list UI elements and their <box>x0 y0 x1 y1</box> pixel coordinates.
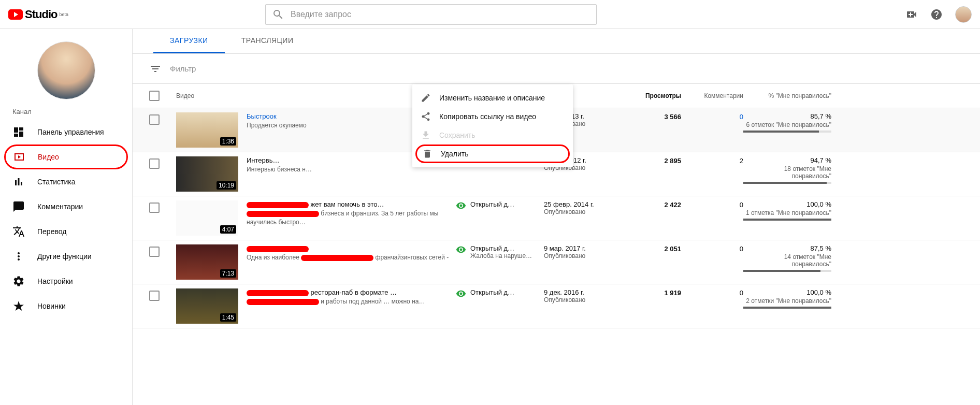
video-duration: 10:19 <box>217 181 236 190</box>
row-checkbox[interactable] <box>149 202 160 213</box>
comments-count[interactable]: 0 <box>740 113 743 121</box>
help-icon[interactable] <box>930 8 943 21</box>
sidebar-item-settings[interactable]: Настройки <box>0 269 132 294</box>
video-thumbnail[interactable]: 1:45 <box>176 288 238 324</box>
select-all-checkbox[interactable] <box>149 91 160 101</box>
row-checkbox[interactable] <box>149 291 160 301</box>
visibility-icon <box>456 288 466 299</box>
row-checkbox[interactable] <box>149 158 160 169</box>
sidebar-item-more[interactable]: Другие функции <box>0 244 132 269</box>
user-avatar[interactable] <box>955 6 972 23</box>
sidebar-item-label: Новинки <box>37 302 66 310</box>
likes-pct: 100,0 % <box>743 288 831 296</box>
create-video-icon[interactable] <box>905 8 918 21</box>
more-icon <box>12 250 25 263</box>
table-row[interactable]: 1:45 ресторан-паб в формате … и работы п… <box>133 284 980 328</box>
video-duration: 1:45 <box>220 313 236 322</box>
search-wrap <box>265 4 597 25</box>
filter-icon[interactable] <box>149 63 162 75</box>
video-duration: 1:36 <box>220 137 236 146</box>
tab-1[interactable]: ТРАНСЛЯЦИИ <box>225 29 310 53</box>
video-thumbnail[interactable]: 1:36 <box>176 112 238 148</box>
sidebar-item-analytics[interactable]: Статистика <box>0 169 132 194</box>
visibility-icon <box>456 244 466 255</box>
search-box[interactable] <box>265 4 597 25</box>
views-count: 2 422 <box>664 201 681 209</box>
video-duration: 7:13 <box>220 269 236 278</box>
tabs: ЗАГРУЗКИТРАНСЛЯЦИИ <box>133 29 980 54</box>
table-row[interactable]: 4:07 жет вам помочь в это… бизнеса и фра… <box>133 196 980 240</box>
menu-item-download: Сохранить <box>412 126 573 144</box>
video-thumbnail[interactable]: 7:13 <box>176 244 238 280</box>
search-icon <box>272 8 284 21</box>
access-text: Открытый д… <box>470 288 544 296</box>
date-sub: Опубликовано <box>544 296 619 303</box>
video-date: 9 дек. 2016 г. <box>544 288 619 296</box>
translate-icon <box>12 225 25 238</box>
video-date: 9 мар. 2017 г. <box>544 244 619 252</box>
share-icon <box>421 111 431 122</box>
pencil-icon <box>421 93 431 103</box>
col-views-header[interactable]: Просмотры <box>619 92 681 99</box>
views-count: 3 566 <box>664 113 681 121</box>
menu-item-pencil[interactable]: Изменить название и описание <box>412 89 573 107</box>
filter-row <box>133 54 980 84</box>
sidebar-item-label: Видео <box>38 153 59 161</box>
video-thumbnail[interactable]: 10:19 <box>176 156 238 192</box>
sidebar-item-video[interactable]: Видео <box>4 144 128 169</box>
youtube-play-icon <box>8 9 23 20</box>
channel-label: Канал <box>0 108 132 120</box>
trash-icon <box>422 149 433 159</box>
analytics-icon <box>12 176 25 188</box>
menu-item-share[interactable]: Копировать ссылку на видео <box>412 107 573 126</box>
sidebar-item-label: Настройки <box>37 277 73 285</box>
row-checkbox[interactable] <box>149 247 160 257</box>
video-date: 25 февр. 2014 г. <box>544 200 619 208</box>
comments-count[interactable]: 0 <box>740 289 743 297</box>
access-text: Открытый д… <box>470 244 544 252</box>
comments-count[interactable]: 0 <box>740 201 743 209</box>
sidebar-item-translate[interactable]: Перевод <box>0 219 132 244</box>
sidebar-item-label: Панель управления <box>37 128 104 136</box>
access-text: Открытый д… <box>470 200 544 208</box>
download-icon <box>421 130 431 140</box>
new-icon <box>12 300 25 312</box>
menu-item-trash[interactable]: Удалить <box>415 144 570 163</box>
col-likes-header: % "Мне понравилось" <box>743 92 831 99</box>
sidebar-item-label: Комментарии <box>37 202 83 211</box>
likes-pct: 87,5 % <box>743 244 831 252</box>
settings-icon <box>12 275 25 287</box>
date-sub: Опубликовано <box>544 208 619 215</box>
video-icon <box>13 151 25 163</box>
filter-input[interactable] <box>170 64 963 73</box>
views-count: 2 895 <box>664 157 681 165</box>
channel-avatar[interactable] <box>37 41 95 99</box>
main-content: ЗАГРУЗКИТРАНСЛЯЦИИ Видео Параметры досту… <box>133 29 980 405</box>
comments-icon <box>12 200 25 213</box>
dashboard-icon <box>12 126 25 138</box>
table-row[interactable]: 7:13 Одна из наиболее франчайзинговых се… <box>133 240 980 284</box>
app-header: Studiobeta <box>0 0 980 29</box>
sidebar-item-dashboard[interactable]: Панель управления <box>0 120 132 144</box>
comments-count[interactable]: 0 <box>740 245 743 253</box>
row-checkbox[interactable] <box>149 114 160 125</box>
header-actions <box>905 6 972 23</box>
likes-pct: 85,7 % <box>743 112 831 120</box>
video-duration: 4:07 <box>220 225 236 234</box>
sidebar-item-label: Перевод <box>37 227 66 236</box>
sidebar-item-comments[interactable]: Комментарии <box>0 194 132 219</box>
visibility-icon <box>456 200 466 211</box>
logo-beta: beta <box>59 12 68 17</box>
tab-0[interactable]: ЗАГРУЗКИ <box>153 29 225 53</box>
views-count: 2 051 <box>664 245 681 253</box>
search-input[interactable] <box>291 10 590 19</box>
video-thumbnail[interactable]: 4:07 <box>176 200 238 236</box>
views-count: 1 919 <box>664 289 681 297</box>
logo-text: Studio <box>25 8 57 21</box>
sidebar: Канал Панель управленияВидеоСтатистикаКо… <box>0 29 133 405</box>
likes-pct: 94,7 % <box>743 156 831 164</box>
sidebar-item-new[interactable]: Новинки <box>0 294 132 319</box>
comments-count[interactable]: 2 <box>740 157 743 165</box>
likes-pct: 100,0 % <box>743 200 831 208</box>
logo[interactable]: Studiobeta <box>8 8 68 21</box>
